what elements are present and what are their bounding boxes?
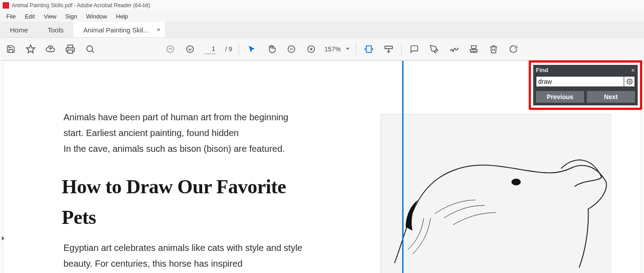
sign-icon[interactable] bbox=[448, 43, 460, 55]
zoom-value-label: 157% bbox=[325, 46, 341, 53]
zoom-select[interactable]: 157% bbox=[325, 46, 350, 53]
text-line: beauty. For centuries, this horse has in… bbox=[63, 256, 316, 272]
document-heading: How to Draw Our Favorite Pets bbox=[62, 172, 305, 233]
find-panel-highlight: Find × Previous Next bbox=[529, 60, 642, 110]
tab-home-label: Home bbox=[10, 26, 28, 34]
find-icon[interactable] bbox=[84, 43, 96, 55]
svg-rect-16 bbox=[381, 114, 612, 273]
find-next-label: Next bbox=[604, 93, 617, 100]
text-line: In the cave, animals such as bison (biso… bbox=[63, 141, 307, 157]
page-down-icon[interactable] bbox=[184, 43, 196, 55]
page-total-label: / 9 bbox=[225, 46, 232, 53]
find-panel: Find × Previous Next bbox=[533, 65, 638, 105]
comment-icon[interactable] bbox=[408, 43, 421, 55]
toolbar-separator bbox=[401, 43, 402, 55]
svg-point-4 bbox=[167, 46, 174, 52]
share-cloud-icon[interactable] bbox=[44, 43, 57, 55]
window-title: Animal Painting Skills.pdf - Adobe Acrob… bbox=[12, 2, 150, 9]
stamp-icon[interactable] bbox=[467, 43, 480, 55]
menu-sign[interactable]: Sign bbox=[61, 12, 82, 21]
svg-point-17 bbox=[512, 179, 521, 185]
zoom-in-icon[interactable] bbox=[305, 43, 317, 55]
text-line: start. Earliest ancient painting, found … bbox=[63, 125, 307, 141]
close-tab-icon[interactable]: × bbox=[157, 26, 160, 33]
tab-home[interactable]: Home bbox=[0, 22, 38, 37]
document-viewport[interactable]: Animals have been part of human art from… bbox=[0, 60, 644, 273]
svg-marker-0 bbox=[27, 45, 35, 52]
tab-tools-label: Tools bbox=[48, 26, 63, 34]
tab-tools[interactable]: Tools bbox=[38, 22, 73, 37]
text-line: Animals have been part of human art from… bbox=[63, 109, 307, 125]
document-image-dog bbox=[381, 114, 611, 273]
side-panel-expand-icon[interactable] bbox=[1, 236, 6, 241]
svg-rect-11 bbox=[367, 46, 372, 52]
page-number-input[interactable] bbox=[204, 44, 216, 54]
svg-rect-1 bbox=[68, 50, 73, 53]
menu-edit[interactable]: Edit bbox=[20, 12, 39, 21]
hand-icon[interactable] bbox=[265, 43, 278, 55]
toolbar: / 9 157% bbox=[0, 38, 644, 60]
highlight-icon[interactable] bbox=[428, 43, 440, 55]
document-paragraph: Animals have been part of human art from… bbox=[63, 109, 307, 157]
menu-help[interactable]: Help bbox=[112, 12, 133, 21]
menu-file[interactable]: File bbox=[2, 12, 20, 21]
tab-bar: Home Tools Animal Painting Skil... × bbox=[0, 23, 644, 38]
zoom-out-icon[interactable] bbox=[285, 43, 298, 55]
text-line: Egyptian art celebrates animals like cat… bbox=[63, 240, 316, 256]
title-bar: Animal Painting Skills.pdf - Adobe Acrob… bbox=[0, 0, 644, 11]
page-up-icon[interactable] bbox=[164, 43, 177, 55]
menu-view[interactable]: View bbox=[39, 12, 61, 21]
tab-document[interactable]: Animal Painting Skil... × bbox=[73, 22, 165, 37]
chevron-down-icon bbox=[346, 48, 349, 50]
svg-point-5 bbox=[187, 46, 194, 52]
selection-icon[interactable] bbox=[245, 43, 258, 55]
toolbar-separator bbox=[356, 43, 356, 55]
find-previous-button[interactable]: Previous bbox=[536, 91, 584, 103]
read-mode-icon[interactable] bbox=[382, 43, 395, 55]
menu-window[interactable]: Window bbox=[82, 12, 111, 21]
document-paragraph: Egyptian art celebrates animals like cat… bbox=[63, 240, 316, 272]
find-next-button[interactable]: Next bbox=[587, 91, 635, 103]
close-icon[interactable]: × bbox=[631, 67, 635, 74]
find-input[interactable] bbox=[536, 76, 624, 87]
vertical-guide-line bbox=[402, 61, 404, 273]
find-panel-title: Find bbox=[536, 67, 548, 73]
save-icon[interactable] bbox=[5, 43, 17, 55]
fit-width-icon[interactable] bbox=[363, 43, 375, 55]
svg-point-2 bbox=[87, 46, 93, 51]
delete-icon[interactable] bbox=[487, 43, 500, 55]
print-icon[interactable] bbox=[64, 43, 77, 55]
svg-point-18 bbox=[629, 81, 630, 82]
svg-rect-12 bbox=[385, 46, 393, 49]
star-icon[interactable] bbox=[24, 43, 37, 55]
acrobat-app-icon bbox=[3, 2, 9, 9]
menu-bar: File Edit View Sign Window Help bbox=[0, 11, 644, 23]
find-previous-label: Previous bbox=[547, 93, 573, 100]
gear-icon[interactable] bbox=[624, 76, 635, 87]
tab-document-label: Animal Painting Skil... bbox=[83, 26, 149, 34]
rotate-icon[interactable] bbox=[507, 43, 520, 55]
svg-rect-14 bbox=[471, 49, 477, 51]
toolbar-separator bbox=[239, 43, 239, 55]
svg-line-3 bbox=[92, 51, 94, 53]
